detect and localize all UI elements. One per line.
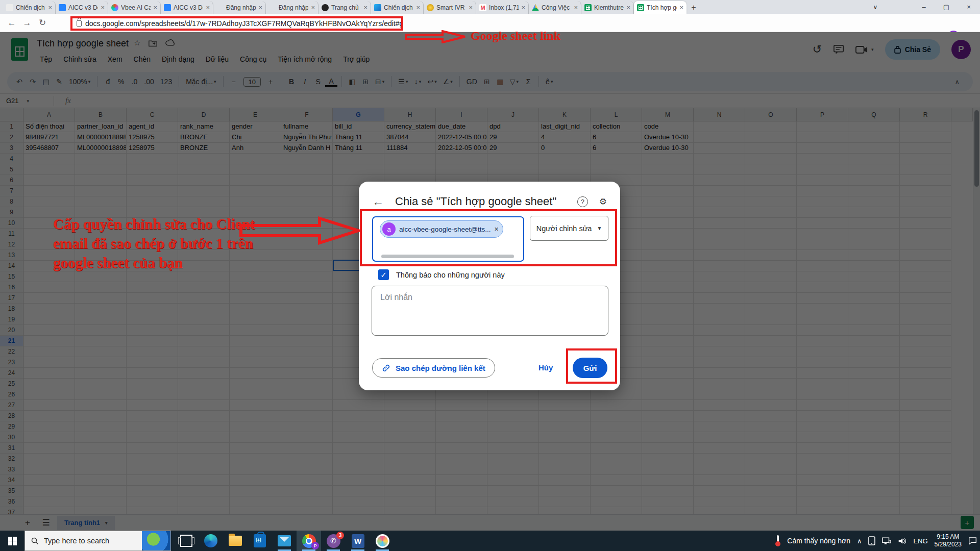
maximize-button[interactable]: ▢: [935, 0, 958, 14]
mail-icon: [278, 535, 291, 546]
vbee-icon: [269, 4, 276, 11]
start-button[interactable]: [0, 531, 24, 551]
dialog-back-icon[interactable]: ←: [372, 195, 384, 209]
tab-label: Smart IVR: [436, 4, 466, 11]
network-icon[interactable]: [882, 537, 891, 545]
tab-label: Inbox (1,718: [489, 4, 519, 11]
tab-close-icon[interactable]: ×: [101, 4, 105, 11]
taskbar-search[interactable]: Type here to search: [24, 531, 171, 551]
browser-tab[interactable]: Trang chủ×: [318, 1, 371, 14]
store-button[interactable]: [248, 531, 272, 551]
reload-button[interactable]: ↻: [35, 17, 50, 28]
address-bar[interactable]: docs.google.com/spreadsheets/d/17w-7RDAd…: [70, 16, 403, 31]
browser-tab[interactable]: Vbee AI Cal×: [108, 1, 161, 14]
browser-tab[interactable]: Smart IVR×: [424, 1, 476, 14]
dialog-title: Chia sẻ "Tích hợp google sheet": [395, 195, 566, 208]
task-view-button[interactable]: [174, 531, 199, 551]
annotation-arrow-note: [239, 214, 361, 247]
chip-scrollbar[interactable]: [381, 255, 514, 258]
back-button[interactable]: ←: [4, 18, 19, 28]
url-text: docs.google.com/spreadsheets/d/17w-7RDAd…: [85, 19, 403, 28]
annotation-note-line: google sheet của bạn: [53, 253, 255, 272]
tab-close-icon[interactable]: ×: [574, 4, 578, 11]
jira-icon: [164, 4, 171, 11]
tab-label: Đăng nhập: [226, 4, 256, 11]
share-dialog: ← Chia sẻ "Tích hợp google sheet" ? ⚙ a …: [359, 182, 620, 390]
viber-button[interactable]: ✆ 3: [321, 531, 346, 551]
browser-tab[interactable]: Đăng nhập×: [266, 1, 318, 14]
weather-text[interactable]: Cảm thấy nóng hơn: [787, 537, 850, 545]
tab-label: AICC v3 De: [68, 4, 98, 11]
speaker-icon[interactable]: [898, 537, 906, 545]
send-button[interactable]: Gửi: [573, 358, 607, 378]
browser-tab[interactable]: Tích hợp go×: [634, 1, 687, 14]
browser-tab[interactable]: MInbox (1,718×: [476, 1, 529, 14]
tab-label: Trang chủ: [331, 4, 361, 11]
jira-icon: [59, 4, 66, 11]
tab-close-icon[interactable]: ×: [206, 4, 210, 11]
tray-chevron-icon[interactable]: ∧: [857, 537, 862, 545]
file-explorer-button[interactable]: [223, 531, 248, 551]
tab-close-icon[interactable]: ×: [48, 4, 52, 11]
tab-close-icon[interactable]: ×: [153, 4, 157, 11]
drive-icon: [532, 4, 539, 11]
minimize-button[interactable]: –: [913, 0, 935, 14]
task-view-icon: [180, 535, 192, 547]
link-icon: [382, 364, 390, 372]
your-phone-icon[interactable]: [868, 536, 875, 545]
recipients-input[interactable]: a aicc-vbee-google-sheet@tts... ×: [372, 216, 524, 262]
mail-button[interactable]: [272, 531, 297, 551]
recipient-chip[interactable]: a aicc-vbee-google-sheet@tts... ×: [380, 220, 503, 238]
chrome-button[interactable]: P: [297, 531, 321, 551]
notify-checkbox[interactable]: ✓: [378, 269, 389, 280]
tab-label: Đăng nhập: [279, 4, 308, 11]
sheets-icon: [584, 4, 592, 11]
search-icon: [31, 537, 39, 545]
forward-button[interactable]: →: [19, 18, 35, 28]
chip-remove-icon[interactable]: ×: [495, 225, 499, 233]
tab-search-chevron-icon[interactable]: ∨: [868, 0, 883, 14]
browser-tab[interactable]: Chiến dịch -×: [3, 1, 56, 14]
store-icon: [254, 534, 266, 547]
tab-close-icon[interactable]: ×: [679, 4, 683, 11]
dropdown-caret-icon: ▼: [597, 226, 602, 231]
browser-tab-strip: Chiến dịch -×AICC v3 De×Vbee AI Cal×AICC…: [0, 0, 980, 14]
role-dropdown[interactable]: Người chỉnh sửa ▼: [530, 216, 608, 241]
cancel-button[interactable]: Hủy: [532, 358, 559, 378]
tab-close-icon[interactable]: ×: [469, 4, 473, 11]
word-button[interactable]: W: [346, 531, 370, 551]
new-tab-button[interactable]: +: [687, 1, 701, 14]
close-button[interactable]: ×: [958, 0, 980, 14]
paint-app-icon: [376, 534, 389, 548]
weather-globe-icon[interactable]: [142, 531, 170, 551]
browser-tab[interactable]: Chiến dịch -×: [371, 1, 424, 14]
browser-tab[interactable]: AICC v3 De×: [56, 1, 108, 14]
tab-close-icon[interactable]: ×: [311, 4, 315, 11]
tab-close-icon[interactable]: ×: [258, 4, 262, 11]
date-text: 5/29/2023: [935, 541, 962, 548]
action-center-icon[interactable]: [968, 537, 977, 545]
screen: Chiến dịch -×AICC v3 De×Vbee AI Cal×AICC…: [0, 0, 980, 551]
browser-tab[interactable]: Kiemthutre×: [581, 1, 634, 14]
paint-app-button[interactable]: [370, 531, 395, 551]
language-indicator[interactable]: ENG: [913, 537, 927, 545]
tab-close-icon[interactable]: ×: [521, 4, 525, 11]
tab-label: Công Việc V: [542, 4, 571, 11]
figma-icon: [111, 4, 118, 11]
browser-tab[interactable]: AICC v3 De×: [161, 1, 213, 14]
tab-close-icon[interactable]: ×: [416, 4, 420, 11]
tab-label: Chiến dịch -: [16, 4, 45, 11]
tab-label: Vbee AI Cal: [121, 4, 151, 11]
help-icon[interactable]: ?: [577, 196, 588, 207]
time-text: 9:15 AM: [937, 533, 959, 540]
copy-link-button[interactable]: Sao chép đường liên kết: [372, 358, 495, 378]
message-textarea[interactable]: Lời nhắn: [372, 286, 608, 336]
search-placeholder: Type here to search: [44, 537, 109, 545]
tab-close-icon[interactable]: ×: [363, 4, 368, 11]
edge-button[interactable]: [199, 531, 223, 551]
tab-close-icon[interactable]: ×: [626, 4, 630, 11]
clock[interactable]: 9:15 AM 5/29/2023: [935, 533, 962, 548]
browser-tab[interactable]: Đăng nhập×: [213, 1, 266, 14]
browser-tab[interactable]: Công Việc V×: [529, 1, 581, 14]
settings-gear-icon[interactable]: ⚙: [599, 196, 607, 207]
